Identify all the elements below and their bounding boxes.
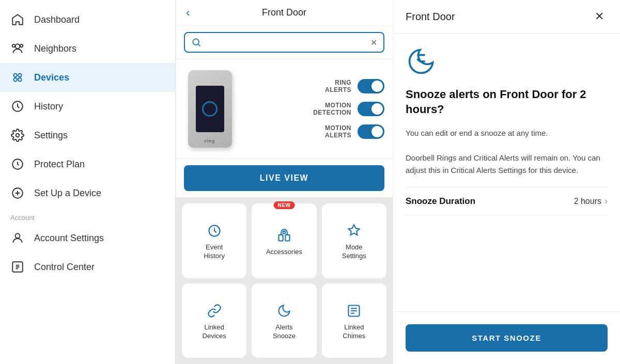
- sidebar-item-dashboard-label: Dashboard: [34, 14, 80, 25]
- accessories-label: Accessories: [266, 248, 302, 257]
- alerts-snooze-icon: [276, 303, 292, 319]
- linked-devices-label: LinkedDevices: [203, 323, 226, 341]
- sidebar-item-devices-label: Devices: [34, 72, 69, 83]
- svg-point-1: [20, 44, 23, 47]
- mode-settings-icon: [346, 223, 362, 239]
- motion-detection-toggle[interactable]: [358, 102, 384, 116]
- device-card-header: ‹ Front Door: [176, 0, 393, 26]
- svg-rect-18: [283, 231, 286, 234]
- neighbors-icon: [10, 41, 25, 56]
- motion-alerts-toggle[interactable]: [358, 124, 384, 139]
- close-button[interactable]: ✕: [591, 8, 608, 25]
- sidebar-item-dashboard[interactable]: Dashboard: [0, 5, 175, 34]
- right-panel-title: Front Door: [406, 11, 455, 23]
- sidebar-item-control-center[interactable]: Control Center: [0, 252, 175, 281]
- sidebar-item-settings-label: Settings: [34, 130, 68, 141]
- sidebar: Dashboard Neighbors: [0, 0, 176, 364]
- snooze-duration-label: Snooze Duration: [406, 196, 475, 207]
- history-icon: [10, 99, 25, 114]
- middle-panel: ‹ Front Door ✕: [176, 0, 393, 364]
- sidebar-item-protect-plan[interactable]: Protect Plan: [0, 150, 175, 179]
- ring-alerts-row: RINGALERTS: [246, 79, 384, 93]
- svg-point-0: [16, 44, 20, 49]
- snooze-duration-value: 2 hours ›: [574, 196, 608, 207]
- sidebar-item-history[interactable]: History: [0, 92, 175, 121]
- device-brand-badge: ring: [205, 138, 215, 144]
- device-image-area: ring: [184, 68, 236, 150]
- event-history-label: EventHistory: [204, 243, 224, 261]
- svg-point-2: [12, 44, 15, 47]
- alerts-snooze-label: AlertsSnooze: [273, 323, 296, 341]
- shield-icon: [10, 157, 25, 171]
- svg-point-6: [18, 78, 22, 82]
- control-icon: [10, 260, 25, 274]
- motion-alerts-label: MOTIONALERTS: [325, 124, 351, 139]
- ring-alerts-toggle[interactable]: [358, 79, 384, 93]
- svg-point-8: [16, 134, 20, 137]
- svg-point-13: [16, 233, 20, 238]
- plus-icon: [10, 186, 25, 200]
- sidebar-item-setup-label: Set Up a Device: [34, 188, 101, 199]
- start-snooze-button[interactable]: START SNOOZE: [406, 324, 608, 352]
- account-section-label: Account: [0, 208, 175, 224]
- motion-detection-label: MOTIONDETECTION: [313, 102, 351, 116]
- device-card: ‹ Front Door ✕: [176, 0, 393, 197]
- mode-settings-label: ModeSettings: [342, 243, 366, 261]
- right-panel: Front Door ✕ Snooze alerts on Front Door…: [393, 0, 620, 364]
- device-card-title: Front Door: [262, 7, 306, 18]
- home-icon: [10, 12, 25, 27]
- motion-detection-row: MOTIONDETECTION: [246, 102, 384, 116]
- devices-icon: [10, 70, 25, 85]
- right-panel-footer: START SNOOZE: [393, 311, 620, 364]
- motion-alerts-row: MOTIONALERTS: [246, 124, 384, 139]
- sidebar-item-neighbors-label: Neighbors: [34, 43, 76, 54]
- svg-point-3: [13, 73, 17, 77]
- accessories-icon: [276, 227, 292, 244]
- sidebar-item-control-center-label: Control Center: [34, 262, 95, 273]
- snooze-desc1: You can edit or end a snooze at any time…: [406, 127, 608, 177]
- svg-point-15: [193, 39, 199, 45]
- snooze-duration-row[interactable]: Snooze Duration 2 hours ›: [406, 187, 608, 215]
- device-image: ring: [188, 70, 232, 148]
- linked-chimes-icon: [346, 303, 362, 319]
- device-ring-circle: [202, 101, 218, 117]
- sidebar-item-account-settings-label: Account Settings: [34, 233, 104, 244]
- linked-chimes-label: LinkedChimes: [343, 323, 365, 341]
- ring-alerts-label: RINGALERTS: [325, 79, 351, 93]
- device-search-box: ✕: [184, 32, 384, 53]
- sidebar-item-neighbors[interactable]: Neighbors: [0, 34, 175, 63]
- chevron-right-icon: ›: [605, 196, 608, 207]
- device-grid: EventHistory NEW Accessories ModeSetting…: [176, 197, 393, 364]
- right-panel-content: Snooze alerts on Front Door for 2 hours?…: [393, 34, 620, 311]
- device-controls: ring RINGALERTS MOTIONDETECTION MOTIONAL…: [176, 59, 393, 159]
- sidebar-item-settings[interactable]: Settings: [0, 121, 175, 150]
- snooze-icon: [406, 46, 437, 77]
- sidebar-item-history-label: History: [34, 101, 63, 112]
- device-screen: [196, 86, 224, 132]
- svg-rect-19: [285, 235, 289, 241]
- search-icon: [191, 37, 202, 48]
- back-button[interactable]: ‹: [184, 4, 192, 22]
- svg-point-4: [18, 73, 22, 77]
- svg-point-5: [13, 78, 17, 82]
- grid-item-linked-devices[interactable]: LinkedDevices: [182, 283, 246, 358]
- sidebar-nav: Dashboard Neighbors: [0, 0, 175, 364]
- sidebar-item-devices[interactable]: Devices: [0, 63, 175, 92]
- toggles-area: RINGALERTS MOTIONDETECTION MOTIONALERTS: [246, 79, 384, 139]
- search-clear-button[interactable]: ✕: [370, 38, 377, 48]
- sidebar-item-setup[interactable]: Set Up a Device: [0, 179, 175, 208]
- device-search-row: ✕: [176, 26, 393, 59]
- settings-icon: [10, 128, 25, 143]
- sidebar-item-account-settings[interactable]: Account Settings: [0, 224, 175, 252]
- grid-item-alerts-snooze[interactable]: AlertsSnooze: [252, 283, 316, 358]
- search-input[interactable]: [206, 38, 366, 47]
- user-icon: [10, 231, 25, 245]
- live-view-button[interactable]: LIVE VIEW: [184, 165, 384, 191]
- svg-rect-17: [278, 235, 283, 241]
- grid-item-linked-chimes[interactable]: LinkedChimes: [322, 283, 386, 358]
- right-panel-header: Front Door ✕: [393, 0, 620, 34]
- grid-item-accessories[interactable]: NEW Accessories: [252, 203, 316, 278]
- grid-item-mode-settings[interactable]: ModeSettings: [322, 203, 386, 278]
- grid-item-event-history[interactable]: EventHistory: [182, 203, 246, 278]
- snooze-heading: Snooze alerts on Front Door for 2 hours?: [406, 87, 608, 117]
